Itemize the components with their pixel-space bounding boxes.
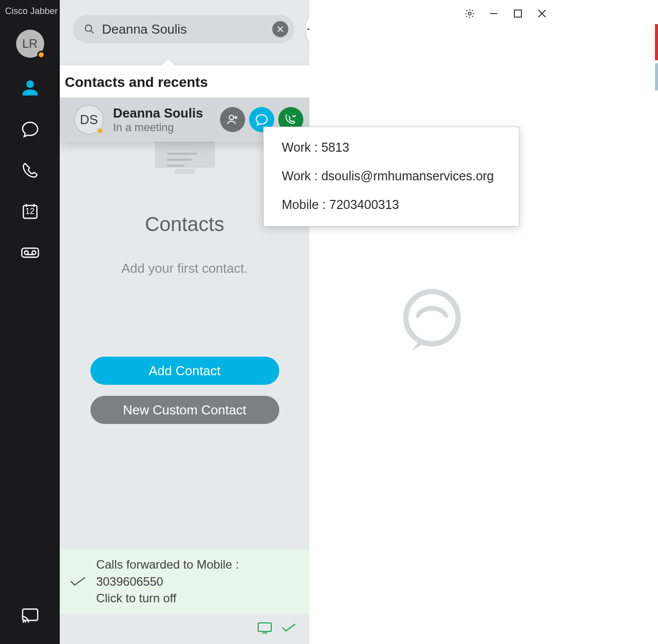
app-root: Cisco Jabber LR 12 bbox=[0, 0, 554, 644]
svg-point-7 bbox=[230, 115, 234, 120]
gear-icon bbox=[464, 8, 475, 19]
edge-marker bbox=[655, 63, 658, 90]
result-avatar-initials: DS bbox=[80, 112, 98, 128]
svg-point-6 bbox=[85, 25, 92, 32]
svg-point-5 bbox=[22, 621, 24, 623]
nav-list: 12 bbox=[20, 78, 40, 263]
phone-icon bbox=[21, 161, 39, 179]
contacts-heading: Contacts bbox=[145, 213, 225, 236]
self-avatar[interactable]: LR bbox=[16, 30, 44, 58]
detail-work-phone: Work : 5813 bbox=[282, 140, 501, 155]
new-custom-contact-button[interactable]: New Custom Contact bbox=[90, 396, 279, 424]
contact-details-card: Work : 5813 Work : dsoulis@rmhumanservic… bbox=[263, 127, 519, 227]
dock-screen-button[interactable] bbox=[257, 622, 272, 634]
middle-pane: Contacts and recents DS Deanna Soulis In… bbox=[60, 0, 309, 644]
nav-cast[interactable] bbox=[20, 606, 40, 626]
search-row bbox=[60, 0, 309, 52]
dock-forward-button[interactable] bbox=[281, 622, 296, 634]
forward-line1: Calls forwarded to Mobile : 3039606550 bbox=[96, 556, 299, 590]
right-pane bbox=[309, 0, 554, 644]
nav-contacts[interactable] bbox=[20, 78, 40, 98]
dock-icons bbox=[60, 614, 309, 644]
monitor-illustration-icon bbox=[152, 138, 217, 183]
result-avatar: DS bbox=[74, 104, 104, 135]
svg-rect-10 bbox=[167, 153, 197, 155]
close-icon bbox=[537, 9, 546, 18]
app-title: Cisco Jabber bbox=[0, 6, 58, 17]
result-text: Deanna Soulis In a meeting bbox=[113, 105, 211, 134]
nav-calls[interactable] bbox=[20, 160, 40, 180]
jabber-logo bbox=[399, 288, 465, 356]
nav-chat[interactable] bbox=[20, 119, 40, 139]
add-contact-pill-button[interactable]: Add Contact bbox=[90, 357, 279, 385]
nav-voicemail[interactable] bbox=[20, 243, 40, 263]
person-add-icon bbox=[226, 113, 239, 126]
chat-icon bbox=[21, 120, 39, 138]
forward-arrow-icon bbox=[281, 622, 296, 633]
result-status: In a meeting bbox=[113, 121, 211, 134]
clear-search-button[interactable] bbox=[272, 21, 288, 37]
search-box[interactable] bbox=[73, 15, 294, 43]
self-avatar-initials: LR bbox=[22, 37, 38, 51]
minimize-button[interactable] bbox=[482, 3, 506, 24]
presence-away-icon bbox=[96, 127, 104, 135]
minimize-icon bbox=[489, 9, 498, 18]
person-icon bbox=[21, 79, 39, 97]
forward-line2: Click to turn off bbox=[96, 590, 299, 607]
search-icon bbox=[84, 24, 95, 35]
call-forward-banner[interactable]: Calls forwarded to Mobile : 3039606550 C… bbox=[60, 549, 309, 614]
edge-marker bbox=[655, 24, 658, 60]
close-icon bbox=[276, 25, 284, 33]
result-name: Deanna Soulis bbox=[113, 105, 211, 121]
add-contact-button[interactable] bbox=[220, 107, 245, 132]
cast-icon bbox=[21, 607, 39, 625]
svg-rect-4 bbox=[23, 609, 38, 621]
svg-rect-11 bbox=[167, 159, 191, 161]
contacts-subtext: Add your first contact. bbox=[122, 261, 248, 276]
svg-rect-9 bbox=[175, 169, 195, 174]
svg-rect-12 bbox=[167, 165, 184, 167]
detail-work-email: Work : dsoulis@rmhumanservices.org bbox=[282, 169, 501, 183]
svg-rect-13 bbox=[258, 623, 271, 631]
maximize-icon bbox=[513, 9, 522, 18]
phone-dropdown-icon bbox=[284, 113, 297, 126]
window-controls bbox=[458, 3, 554, 24]
nav-calendar[interactable]: 12 bbox=[20, 201, 40, 222]
forward-arrow-icon bbox=[70, 575, 86, 588]
close-window-button[interactable] bbox=[530, 3, 554, 24]
maximize-button[interactable] bbox=[506, 3, 530, 24]
search-input[interactable] bbox=[102, 22, 265, 37]
jabber-logo-icon bbox=[399, 288, 465, 354]
screen-icon bbox=[257, 622, 272, 634]
svg-rect-15 bbox=[514, 10, 521, 17]
chat-icon bbox=[255, 113, 268, 126]
search-results-heading: Contacts and recents bbox=[60, 65, 309, 97]
settings-button[interactable] bbox=[458, 3, 482, 24]
calendar-day-number: 12 bbox=[26, 207, 35, 216]
sidebar: Cisco Jabber LR 12 bbox=[0, 0, 60, 644]
detail-mobile: Mobile : 7203400313 bbox=[282, 197, 501, 212]
forward-text: Calls forwarded to Mobile : 3039606550 C… bbox=[96, 556, 299, 607]
voicemail-icon bbox=[21, 244, 39, 262]
svg-point-14 bbox=[468, 12, 471, 15]
presence-away-icon bbox=[37, 51, 45, 59]
